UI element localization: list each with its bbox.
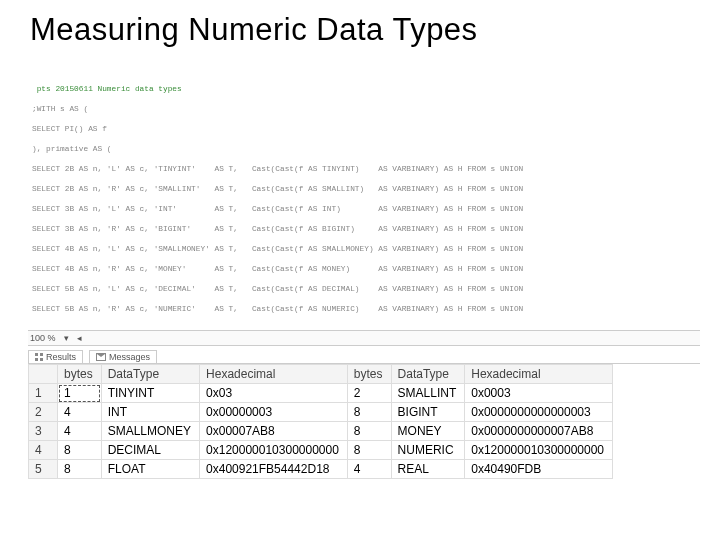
header-row: bytes DataType Hexadecimal bytes DataTyp… bbox=[29, 365, 613, 384]
code-line: SELECT 3B AS n, 'L' AS c, 'INT' AS T, Ca… bbox=[32, 204, 700, 214]
tab-label: Results bbox=[46, 352, 76, 362]
col-hexadecimal-r[interactable]: Hexadecimal bbox=[465, 365, 613, 384]
row-number: 3 bbox=[29, 422, 58, 441]
cell[interactable]: 8 bbox=[58, 441, 102, 460]
cell[interactable]: 0x0003 bbox=[465, 384, 613, 403]
col-bytes-r[interactable]: bytes bbox=[347, 365, 391, 384]
code-line: SELECT 4B AS n, 'L' AS c, 'SMALLMONEY' A… bbox=[32, 244, 700, 254]
cell[interactable]: 0x0000000000000003 bbox=[465, 403, 613, 422]
cell[interactable]: 0x0000000000007AB8 bbox=[465, 422, 613, 441]
cell[interactable]: 4 bbox=[58, 403, 102, 422]
cell[interactable]: 2 bbox=[347, 384, 391, 403]
cell[interactable]: NUMERIC bbox=[391, 441, 465, 460]
table-row[interactable]: 4 8 DECIMAL 0x120000010300000000 8 NUMER… bbox=[29, 441, 613, 460]
cell[interactable]: REAL bbox=[391, 460, 465, 479]
code-line: SELECT 2B AS n, 'R' AS c, 'SMALLINT' AS … bbox=[32, 184, 700, 194]
scroll-left-icon[interactable]: ◂ bbox=[77, 333, 82, 343]
code-line: ), primative AS ( bbox=[32, 144, 700, 154]
results-grid[interactable]: bytes DataType Hexadecimal bytes DataTyp… bbox=[28, 364, 613, 479]
page-title: Measuring Numeric Data Types bbox=[0, 0, 720, 54]
cell[interactable]: 0x00000003 bbox=[200, 403, 348, 422]
code-line: SELECT 4B AS n, 'R' AS c, 'MONEY' AS T, … bbox=[32, 264, 700, 274]
cell[interactable]: 8 bbox=[58, 460, 102, 479]
sql-code-block: pts 20150611 Numeric data types ;WITH s … bbox=[32, 54, 700, 326]
cell[interactable]: MONEY bbox=[391, 422, 465, 441]
code-line: ;WITH s AS ( bbox=[32, 104, 700, 114]
table-row[interactable]: 2 4 INT 0x00000003 8 BIGINT 0x0000000000… bbox=[29, 403, 613, 422]
row-number: 1 bbox=[29, 384, 58, 403]
results-tabstrip: Results Messages bbox=[28, 350, 700, 364]
col-datatype[interactable]: DataType bbox=[101, 365, 199, 384]
cell[interactable]: 4 bbox=[58, 422, 102, 441]
code-line: SELECT 2B AS n, 'L' AS c, 'TINYINT' AS T… bbox=[32, 164, 700, 174]
code-line: SELECT 6B AS n, 'L' AS c, 'FLOAT' AS T, … bbox=[32, 324, 700, 326]
cell[interactable]: 8 bbox=[347, 422, 391, 441]
tab-label: Messages bbox=[109, 352, 150, 362]
grid-icon bbox=[35, 353, 43, 361]
table-row[interactable]: 1 1 TINYINT 0x03 2 SMALLINT 0x0003 bbox=[29, 384, 613, 403]
zoom-level: 100 % bbox=[30, 333, 56, 343]
message-icon bbox=[96, 353, 106, 361]
col-bytes[interactable]: bytes bbox=[58, 365, 102, 384]
code-line: SELECT 5B AS n, 'R' AS c, 'NUMERIC' AS T… bbox=[32, 304, 700, 314]
tab-results[interactable]: Results bbox=[28, 350, 83, 363]
col-hexadecimal[interactable]: Hexadecimal bbox=[200, 365, 348, 384]
cell[interactable]: 1 bbox=[58, 384, 102, 403]
cell[interactable]: SMALLMONEY bbox=[101, 422, 199, 441]
code-line: SELECT PI() AS f bbox=[32, 124, 700, 134]
cell[interactable]: 0x00007AB8 bbox=[200, 422, 348, 441]
dropdown-icon[interactable]: ▾ bbox=[64, 333, 69, 343]
table-row[interactable]: 3 4 SMALLMONEY 0x00007AB8 8 MONEY 0x0000… bbox=[29, 422, 613, 441]
cell[interactable]: SMALLINT bbox=[391, 384, 465, 403]
cell[interactable]: BIGINT bbox=[391, 403, 465, 422]
cell[interactable]: TINYINT bbox=[101, 384, 199, 403]
row-number: 5 bbox=[29, 460, 58, 479]
cell[interactable]: FLOAT bbox=[101, 460, 199, 479]
cell[interactable]: DECIMAL bbox=[101, 441, 199, 460]
cell[interactable]: 0x03 bbox=[200, 384, 348, 403]
zoom-bar: 100 % ▾ ◂ bbox=[28, 330, 700, 346]
cell[interactable]: 0x120000010300000000 bbox=[200, 441, 348, 460]
code-line: SELECT 3B AS n, 'R' AS c, 'BIGINT' AS T,… bbox=[32, 224, 700, 234]
cell[interactable]: 4 bbox=[347, 460, 391, 479]
col-datatype-r[interactable]: DataType bbox=[391, 365, 465, 384]
cell[interactable]: 0x40490FDB bbox=[465, 460, 613, 479]
cell[interactable]: 8 bbox=[347, 403, 391, 422]
col-rownum[interactable] bbox=[29, 365, 58, 384]
cell[interactable]: 0x120000010300000000 bbox=[465, 441, 613, 460]
table-row[interactable]: 5 8 FLOAT 0x400921FB54442D18 4 REAL 0x40… bbox=[29, 460, 613, 479]
row-number: 4 bbox=[29, 441, 58, 460]
row-number: 2 bbox=[29, 403, 58, 422]
code-comment: pts 20150611 Numeric data types bbox=[32, 84, 700, 94]
code-line: SELECT 5B AS n, 'L' AS c, 'DECIMAL' AS T… bbox=[32, 284, 700, 294]
cell[interactable]: 0x400921FB54442D18 bbox=[200, 460, 348, 479]
cell[interactable]: 8 bbox=[347, 441, 391, 460]
tab-messages[interactable]: Messages bbox=[89, 350, 157, 363]
cell[interactable]: INT bbox=[101, 403, 199, 422]
